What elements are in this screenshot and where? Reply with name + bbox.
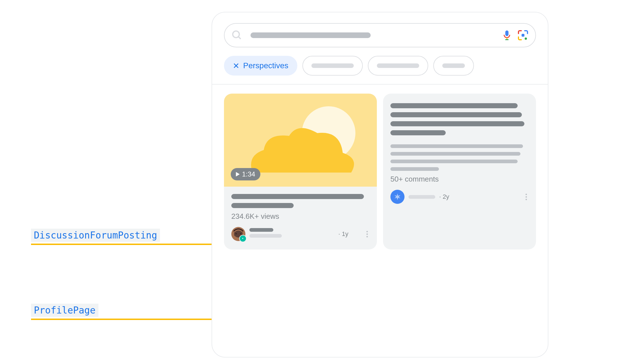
svg-point-6 bbox=[525, 37, 527, 40]
svg-point-0 bbox=[233, 31, 239, 37]
video-duration-badge: 1:34 bbox=[231, 168, 260, 180]
divider bbox=[212, 84, 548, 85]
chip-perspectives[interactable]: Perspectives bbox=[224, 56, 297, 76]
chip-label: Perspectives bbox=[243, 61, 288, 70]
author-avatar[interactable] bbox=[231, 227, 245, 241]
comments-count: 50+ comments bbox=[390, 175, 529, 184]
chip-placeholder[interactable] bbox=[368, 56, 428, 76]
result-card-post[interactable]: 50+ comments · 2y bbox=[383, 94, 536, 250]
search-query-placeholder bbox=[250, 32, 371, 38]
annotation-label: ProfilePage bbox=[31, 304, 98, 317]
svg-line-1 bbox=[238, 37, 241, 39]
author-row: · 2y bbox=[390, 190, 529, 204]
more-button[interactable] bbox=[524, 192, 529, 202]
views-count: 234.6K+ views bbox=[231, 212, 370, 221]
post-age: · 1y bbox=[339, 230, 348, 238]
source-name-placeholder bbox=[408, 195, 435, 199]
post-age: · 2y bbox=[439, 193, 449, 200]
lens-icon[interactable] bbox=[517, 30, 529, 41]
verified-badge-icon bbox=[239, 235, 247, 242]
svg-rect-5 bbox=[522, 34, 524, 37]
star-burst-icon bbox=[394, 193, 401, 201]
annotation-label: DiscussionForumPosting bbox=[31, 229, 160, 242]
video-thumbnail: 1:34 bbox=[224, 94, 377, 187]
author-name-placeholder bbox=[249, 228, 273, 232]
play-icon bbox=[236, 172, 240, 176]
author-row: · 1y bbox=[231, 227, 370, 241]
chip-placeholder[interactable] bbox=[433, 56, 474, 76]
filter-chips: Perspectives bbox=[224, 56, 548, 76]
title-line-placeholder bbox=[231, 203, 294, 208]
svg-point-11 bbox=[240, 233, 241, 235]
more-button[interactable] bbox=[365, 229, 370, 239]
author-handle-placeholder bbox=[249, 234, 282, 238]
source-avatar[interactable] bbox=[390, 190, 405, 204]
mobile-frame: Perspectives 1:34 234.6K+ views bbox=[212, 12, 548, 357]
search-bar[interactable] bbox=[224, 23, 536, 47]
search-icon bbox=[231, 30, 243, 41]
title-line-placeholder bbox=[231, 194, 364, 199]
svg-rect-2 bbox=[505, 30, 508, 36]
voice-search-icon[interactable] bbox=[502, 30, 512, 41]
result-card-video[interactable]: 1:34 234.6K+ views · 1y bbox=[224, 94, 377, 250]
svg-point-10 bbox=[236, 233, 237, 235]
close-icon bbox=[233, 63, 239, 69]
chip-placeholder[interactable] bbox=[302, 56, 363, 76]
